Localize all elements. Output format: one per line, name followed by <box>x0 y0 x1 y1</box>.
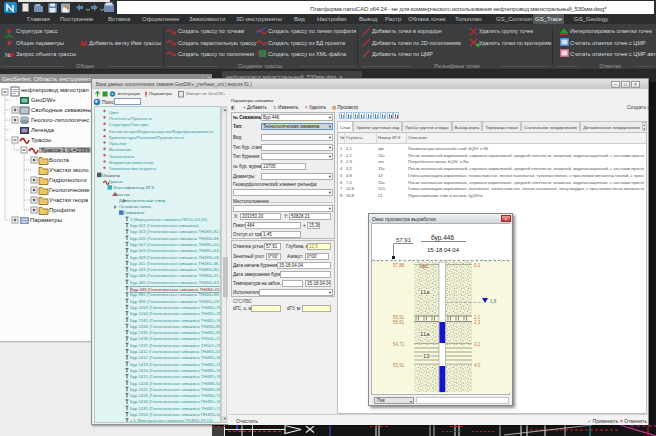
svg-text:0,1: 0,1 <box>474 263 481 268</box>
svg-text:1,8: 1,8 <box>490 299 497 304</box>
svg-text:57,88: 57,88 <box>393 263 405 268</box>
svg-text:11а: 11а <box>420 331 430 337</box>
svg-text:2,1: 2,1 <box>474 315 481 320</box>
svg-text:57,91: 57,91 <box>396 237 412 243</box>
svg-text:15-18.04.04: 15-18.04.04 <box>427 247 460 253</box>
svg-text:11а: 11а <box>420 289 430 295</box>
svg-text:прс: прс <box>420 263 428 269</box>
svg-text:3,2: 3,2 <box>474 342 481 347</box>
svg-text:P: P <box>7 40 12 47</box>
svg-text:M: M <box>80 39 87 48</box>
svg-text:13: 13 <box>423 353 430 359</box>
svg-text:53,91: 53,91 <box>393 363 405 368</box>
svg-text:54,71: 54,71 <box>393 342 405 347</box>
svg-text:бур.446: бур.446 <box>431 234 454 242</box>
svg-text:55,91: 55,91 <box>393 315 405 320</box>
svg-text:2,3: 2,3 <box>474 320 481 325</box>
svg-text:55,61: 55,61 <box>393 320 405 325</box>
svg-text:4,0: 4,0 <box>474 363 481 368</box>
